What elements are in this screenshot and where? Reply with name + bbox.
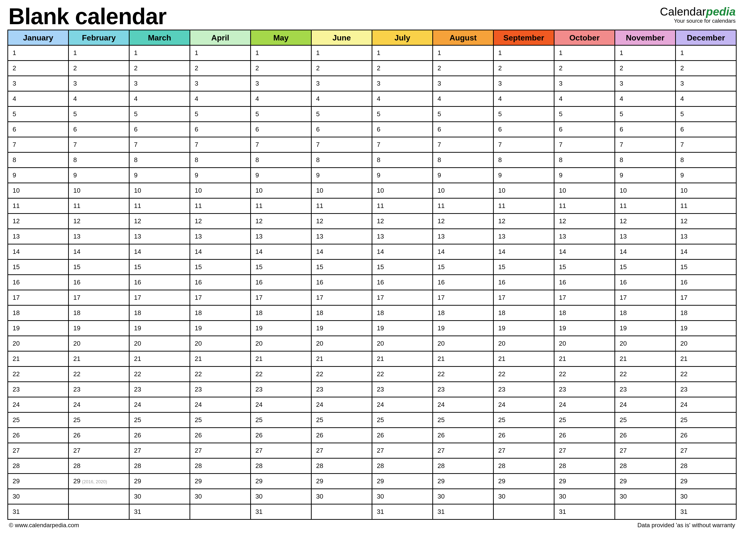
day-cell: 23 [129,382,190,397]
day-cell: 14 [190,244,251,260]
day-cell [615,504,676,520]
day-cell: 26 [493,428,554,443]
day-cell: 27 [676,443,736,458]
day-cell: 30 [554,489,615,504]
day-cell: 12 [615,214,676,229]
day-cell: 26 [8,428,69,443]
calendar-body: 1111111111112222222222223333333333334444… [8,45,736,520]
day-cell: 26 [615,428,676,443]
day-cell: 10 [311,183,372,198]
day-cell: 11 [311,198,372,214]
day-cell: 27 [433,443,493,458]
day-cell: 29 [251,474,311,489]
day-cell: 6 [615,122,676,137]
day-row: 212121212121212121212121 [8,351,736,367]
day-cell: 21 [493,351,554,367]
day-cell: 11 [129,198,190,214]
day-row: 141414141414141414141414 [8,244,736,260]
day-cell: 8 [129,152,190,168]
day-cell: 18 [69,305,129,321]
day-cell: 3 [615,76,676,91]
day-row: 111111111111 [8,45,736,61]
day-row: 191919191919191919191919 [8,321,736,336]
day-cell: 22 [493,367,554,382]
day-cell: 28 [676,458,736,474]
day-cell: 10 [251,183,311,198]
day-cell: 22 [8,367,69,382]
month-header-august: August [433,30,493,45]
day-cell: 15 [69,260,129,275]
day-cell: 21 [372,351,433,367]
day-cell: 8 [493,152,554,168]
day-cell: 6 [129,122,190,137]
day-cell: 17 [676,290,736,305]
day-cell: 11 [554,198,615,214]
day-cell: 22 [615,367,676,382]
day-cell: 14 [69,244,129,260]
day-cell: 10 [69,183,129,198]
day-cell: 15 [8,260,69,275]
day-cell: 22 [311,367,372,382]
day-cell: 3 [311,76,372,91]
day-cell: 14 [251,244,311,260]
day-cell: 19 [493,321,554,336]
day-cell: 28 [69,458,129,474]
day-cell: 2 [676,61,736,76]
day-cell: 24 [311,397,372,412]
month-header-may: May [251,30,311,45]
day-cell: 24 [8,397,69,412]
day-cell: 16 [615,275,676,290]
day-cell: 19 [8,321,69,336]
day-cell: 18 [615,305,676,321]
day-cell: 11 [493,198,554,214]
day-cell: 15 [676,260,736,275]
month-header-december: December [676,30,736,45]
day-cell: 10 [190,183,251,198]
day-cell: 5 [251,107,311,122]
day-cell: 16 [129,275,190,290]
day-cell: 25 [433,412,493,428]
day-cell: 3 [493,76,554,91]
day-cell: 14 [129,244,190,260]
day-cell: 29 [615,474,676,489]
day-cell: 31 [433,504,493,520]
day-cell: 22 [676,367,736,382]
day-cell: 2 [615,61,676,76]
day-cell: 14 [615,244,676,260]
day-cell: 13 [311,229,372,244]
day-cell: 13 [8,229,69,244]
day-cell: 24 [251,397,311,412]
day-cell: 23 [251,382,311,397]
day-cell: 5 [372,107,433,122]
day-cell: 11 [676,198,736,214]
day-row: 999999999999 [8,168,736,183]
day-cell: 13 [554,229,615,244]
day-row: 161616161616161616161616 [8,275,736,290]
day-cell: 4 [8,91,69,107]
day-cell: 28 [372,458,433,474]
day-cell: 12 [190,214,251,229]
footer: © www.calendarpedia.com Data provided 'a… [7,520,737,529]
day-cell: 3 [676,76,736,91]
day-cell: 30 [251,489,311,504]
day-cell: 29 [190,474,251,489]
day-cell: 29 [372,474,433,489]
day-cell: 21 [311,351,372,367]
day-row: 282828282828282828282828 [8,458,736,474]
day-cell: 19 [676,321,736,336]
day-cell: 17 [615,290,676,305]
day-cell: 17 [433,290,493,305]
day-cell: 28 [433,458,493,474]
day-cell: 1 [493,45,554,61]
page-title: Blank calendar [8,5,166,28]
day-cell: 29 [493,474,554,489]
day-cell: 3 [372,76,433,91]
day-cell: 5 [8,107,69,122]
day-row: 777777777777 [8,137,736,152]
day-cell: 20 [251,336,311,351]
day-cell: 12 [129,214,190,229]
day-cell: 1 [433,45,493,61]
day-cell: 11 [190,198,251,214]
day-cell: 9 [129,168,190,183]
day-cell: 12 [554,214,615,229]
